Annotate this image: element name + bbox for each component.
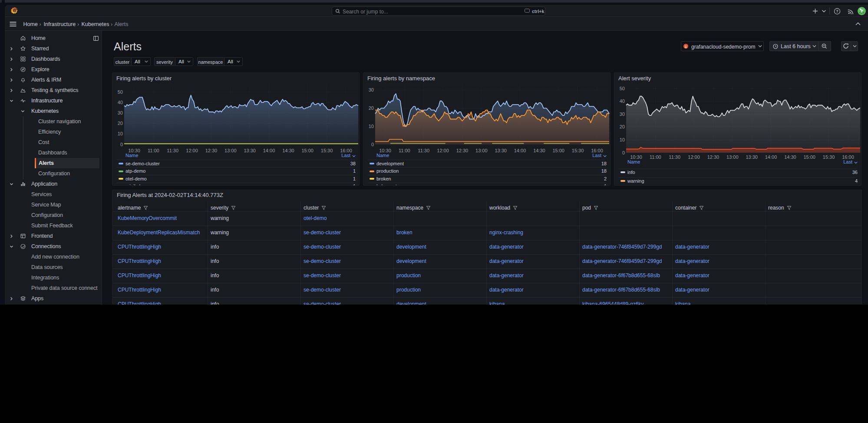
svg-text:?: ? <box>836 9 838 13</box>
